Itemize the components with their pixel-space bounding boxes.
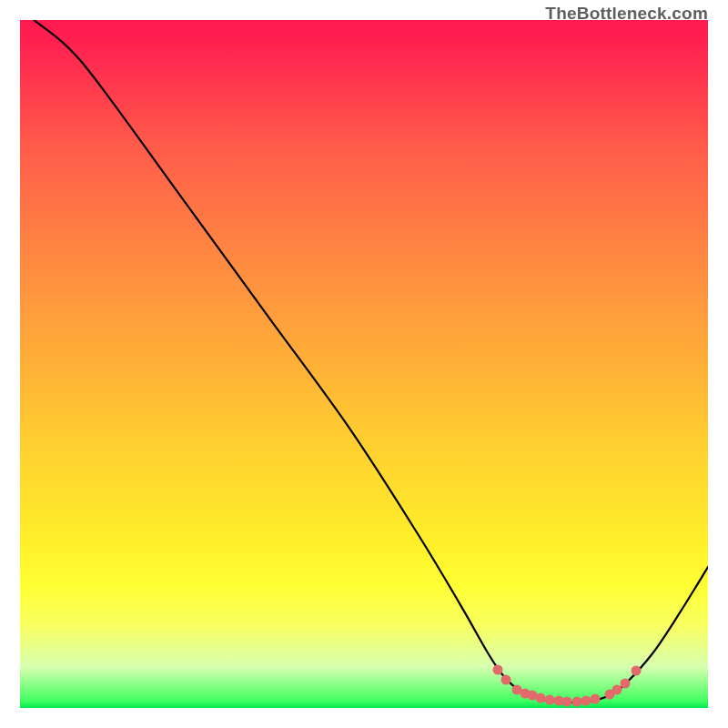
curve-marker xyxy=(500,675,511,685)
curve-marker xyxy=(591,694,601,704)
curve-marker xyxy=(562,697,572,707)
curve-marker xyxy=(571,697,581,707)
bottleneck-curve xyxy=(34,20,708,703)
plot-area xyxy=(20,20,708,708)
chart-container: TheBottleneck.com xyxy=(0,0,728,728)
curve-layer xyxy=(20,20,708,708)
curve-marker xyxy=(612,685,622,695)
curve-marker xyxy=(631,666,641,676)
curve-marker xyxy=(493,665,503,675)
curve-marker xyxy=(535,693,545,703)
curve-marker xyxy=(621,678,631,688)
